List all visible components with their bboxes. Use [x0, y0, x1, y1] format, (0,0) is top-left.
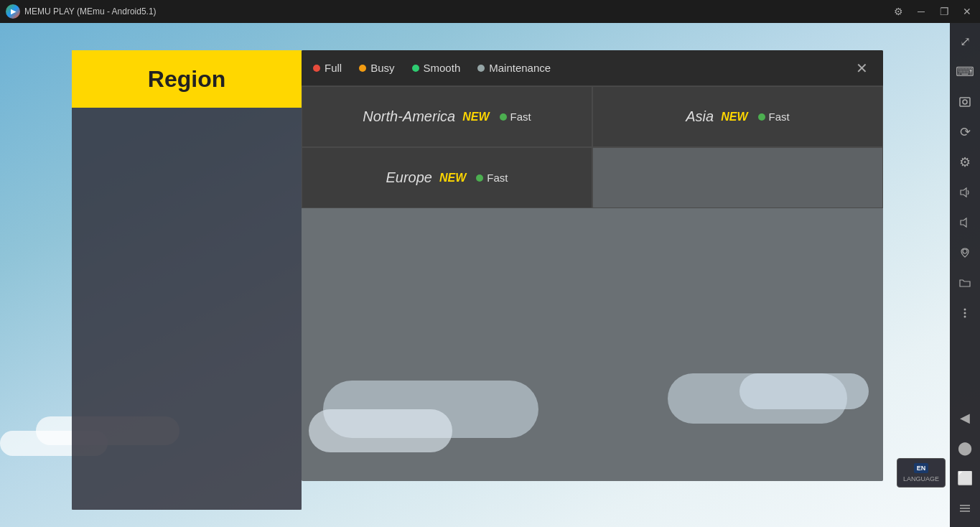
- status-full: Full: [313, 62, 342, 74]
- dialog-header: Full Busy Smooth Maintenance ✕: [302, 50, 883, 86]
- speed-label-asia: Fast: [769, 111, 790, 123]
- status-dot-maintenance: [477, 65, 485, 72]
- status-label-maintenance: Maintenance: [489, 62, 551, 74]
- fullscreen-icon[interactable]: ⤢: [952, 29, 978, 55]
- home-icon[interactable]: ⬤: [952, 435, 978, 461]
- title-bar-left: ▶ MEMU PLAY (MEmu - Android5.1): [6, 4, 157, 19]
- svg-point-7: [964, 316, 966, 318]
- status-label-full: Full: [325, 62, 342, 74]
- region-speed-europe: Fast: [476, 172, 508, 184]
- svg-point-6: [964, 312, 966, 314]
- back-icon[interactable]: ◀: [952, 405, 978, 431]
- region-cell-asia[interactable]: Asia NEW Fast: [592, 86, 883, 147]
- status-maintenance: Maintenance: [477, 62, 551, 74]
- region-name-north-america: North-America: [363, 108, 455, 125]
- region-badge-north-america: NEW: [462, 111, 489, 123]
- restore-btn[interactable]: ❐: [937, 4, 951, 19]
- status-dot-busy: [359, 65, 366, 72]
- dialog-body: [302, 208, 883, 481]
- main-dialog: Full Busy Smooth Maintenance ✕ North-Ame…: [302, 50, 883, 481]
- region-panel-body: [72, 108, 302, 510]
- status-busy: Busy: [359, 62, 394, 74]
- status-smooth: Smooth: [412, 62, 461, 74]
- region-speed-north-america: Fast: [500, 111, 531, 123]
- list-icon[interactable]: [952, 495, 978, 521]
- region-header: Region: [72, 50, 302, 108]
- region-name-europe: Europe: [386, 169, 432, 186]
- svg-point-5: [964, 309, 966, 311]
- minimize-btn[interactable]: ─: [914, 4, 928, 19]
- svg-marker-3: [961, 218, 966, 227]
- folder-icon[interactable]: [952, 270, 978, 296]
- language-button[interactable]: EN LANGUAGE: [897, 458, 946, 488]
- svg-point-4: [963, 249, 967, 253]
- region-panel: Region: [72, 50, 302, 510]
- status-row: Full Busy Smooth Maintenance: [313, 62, 551, 74]
- region-title: Region: [148, 66, 225, 93]
- location-icon[interactable]: [952, 240, 978, 266]
- language-label: LANGUAGE: [903, 475, 939, 482]
- right-sidebar: ⤢ ⌨ ⟳ ⚙ ◀ ⬤: [950, 23, 980, 527]
- speed-dot-north-america: [500, 113, 507, 121]
- status-label-smooth: Smooth: [424, 62, 461, 74]
- close-btn[interactable]: ✕: [960, 4, 974, 19]
- svg-rect-0: [960, 98, 970, 106]
- title-bar-text: MEMU PLAY (MEmu - Android5.1): [24, 6, 157, 17]
- region-grid: North-America NEW Fast Asia NEW Fast Eur…: [302, 86, 883, 208]
- region-cell-empty: [592, 147, 883, 208]
- region-cell-europe[interactable]: Europe NEW Fast: [302, 147, 592, 208]
- title-bar: ▶ MEMU PLAY (MEmu - Android5.1) ⚙ ─ ❐ ✕: [0, 0, 980, 23]
- dialog-cloud-2: [309, 409, 452, 452]
- volume-up-icon[interactable]: [952, 179, 978, 205]
- speed-label-north-america: Fast: [510, 111, 531, 123]
- memu-logo: ▶: [6, 4, 20, 19]
- screenshot-icon[interactable]: [952, 89, 978, 115]
- rotate-icon[interactable]: ⟳: [952, 119, 978, 145]
- volume-down-icon[interactable]: [952, 210, 978, 235]
- status-label-busy: Busy: [370, 62, 394, 74]
- title-bar-controls: ⚙ ─ ❐ ✕: [891, 4, 974, 19]
- region-speed-asia: Fast: [758, 111, 790, 123]
- more-options-icon[interactable]: [952, 300, 978, 326]
- region-badge-asia: NEW: [721, 111, 747, 123]
- status-dot-smooth: [412, 65, 419, 72]
- region-name-asia: Asia: [686, 108, 714, 125]
- settings-gear-icon[interactable]: ⚙: [952, 149, 978, 175]
- status-dot-full: [313, 65, 320, 72]
- speed-dot-europe: [476, 174, 483, 182]
- language-flag: EN: [914, 463, 929, 473]
- region-badge-europe: NEW: [439, 172, 466, 185]
- svg-marker-2: [961, 188, 966, 197]
- dialog-cloud-4: [739, 373, 869, 409]
- svg-point-1: [963, 100, 967, 104]
- speed-label-europe: Fast: [487, 172, 508, 184]
- region-cell-north-america[interactable]: North-America NEW Fast: [302, 86, 592, 147]
- keyboard-icon[interactable]: ⌨: [952, 59, 978, 85]
- speed-dot-asia: [758, 113, 765, 121]
- settings-title-btn[interactable]: ⚙: [891, 4, 905, 19]
- recents-icon[interactable]: ⬜: [952, 465, 978, 491]
- dialog-close-button[interactable]: ✕: [851, 58, 872, 78]
